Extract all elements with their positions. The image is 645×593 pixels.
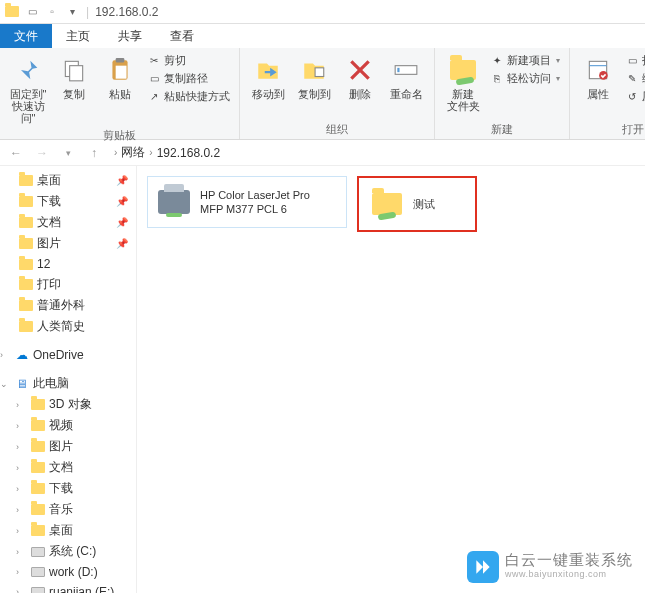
tab-home[interactable]: 主页 — [52, 24, 104, 48]
new-item-button[interactable]: ✦新建项目▾ — [487, 52, 563, 69]
sidebar-item-drive-d[interactable]: ›work (D:) — [0, 562, 136, 582]
sidebar-item-pictures2[interactable]: ›图片 — [0, 436, 136, 457]
sidebar-item-desktop[interactable]: 桌面📌 — [0, 170, 136, 191]
sidebar-item-desktop2[interactable]: ›桌面 — [0, 520, 136, 541]
chevron-right-icon[interactable]: › — [16, 400, 26, 410]
chevron-right-icon[interactable]: › — [16, 421, 26, 431]
tab-share[interactable]: 共享 — [104, 24, 156, 48]
disk-icon — [30, 544, 46, 560]
sidebar-item-12[interactable]: 12 — [0, 254, 136, 274]
history-icon: ↺ — [625, 90, 639, 104]
folder-icon — [30, 460, 46, 476]
edit-button[interactable]: ✎编辑 — [622, 70, 645, 87]
watermark-url: www.baiyunxitong.com — [505, 567, 633, 581]
qat-dropdown-icon[interactable]: ▾ — [64, 4, 80, 20]
edit-icon: ✎ — [625, 72, 639, 86]
chevron-right-icon[interactable]: › — [16, 567, 26, 577]
open-group-label: 打开 — [576, 120, 645, 137]
sidebar-item-onedrive[interactable]: ›☁OneDrive — [0, 345, 136, 365]
properties-qat-icon[interactable]: ▭ — [24, 4, 40, 20]
tab-file[interactable]: 文件 — [0, 24, 52, 48]
svg-rect-3 — [116, 58, 125, 62]
paste-button[interactable]: 粘贴 — [98, 52, 142, 102]
move-to-button[interactable]: 移动到 — [246, 52, 290, 102]
chevron-right-icon[interactable]: › — [16, 484, 26, 494]
folder-icon — [18, 215, 34, 231]
chevron-right-icon[interactable]: › — [16, 547, 26, 557]
folder-icon — [30, 523, 46, 539]
up-button[interactable]: ↑ — [84, 143, 104, 163]
item-share-folder[interactable]: 测试 — [357, 176, 477, 232]
sidebar-item-videos[interactable]: ›视频 — [0, 415, 136, 436]
forward-button[interactable]: → — [32, 143, 52, 163]
chevron-right-icon[interactable]: › — [16, 587, 26, 593]
cut-icon: ✂ — [147, 54, 161, 68]
sidebar-item-thispc[interactable]: ⌄🖥此电脑 — [0, 373, 136, 394]
folder-icon — [18, 256, 34, 272]
delete-icon — [344, 54, 376, 86]
paste-icon — [104, 54, 136, 86]
copy-button[interactable]: 复制 — [52, 52, 96, 102]
chevron-right-icon[interactable]: › — [0, 350, 10, 360]
svg-rect-5 — [315, 68, 324, 77]
sidebar-item-documents[interactable]: 文档📌 — [0, 212, 136, 233]
paste-shortcut-button[interactable]: ↗粘贴快捷方式 — [144, 88, 233, 105]
sidebar-item-drive-c[interactable]: ›系统 (C:) — [0, 541, 136, 562]
chevron-right-icon[interactable]: › — [16, 463, 26, 473]
copy-path-button[interactable]: ▭复制路径 — [144, 70, 233, 87]
item-printer[interactable]: HP Color LaserJet Pro MFP M377 PCL 6 — [147, 176, 347, 228]
navigation-pane[interactable]: 桌面📌 下载📌 文档📌 图片📌 12 打印 普通外科 人类简史 ›☁OneDri… — [0, 166, 137, 593]
ribbon-group-organize: 移动到 复制到 删除 重命名 组织 — [240, 48, 435, 139]
breadcrumb-network[interactable]: 网络 — [121, 144, 145, 161]
history-button[interactable]: ↺历史记录 — [622, 88, 645, 105]
sidebar-item-surgery[interactable]: 普通外科 — [0, 295, 136, 316]
folder-icon — [18, 194, 34, 210]
folder-icon — [4, 4, 20, 20]
easy-access-button[interactable]: ⎘轻松访问▾ — [487, 70, 563, 87]
sidebar-item-drive-e[interactable]: ›ruanjian (E:) — [0, 582, 136, 593]
chevron-right-icon[interactable]: › — [16, 526, 26, 536]
breadcrumb[interactable]: › 网络 › 192.168.0.2 — [110, 144, 639, 161]
ribbon-group-open: 属性 ▭打开▾ ✎编辑 ↺历史记录 打开 — [570, 48, 645, 139]
copy-to-button[interactable]: 复制到 — [292, 52, 336, 102]
rename-button[interactable]: 重命名 — [384, 52, 428, 102]
pin-icon: 📌 — [116, 175, 128, 186]
pin-icon: 📌 — [116, 238, 128, 249]
delete-button[interactable]: 删除 — [338, 52, 382, 102]
cut-button[interactable]: ✂剪切 — [144, 52, 233, 69]
open-button[interactable]: ▭打开▾ — [622, 52, 645, 69]
tab-view[interactable]: 查看 — [156, 24, 208, 48]
breadcrumb-current[interactable]: 192.168.0.2 — [157, 146, 220, 160]
paste-label: 粘贴 — [109, 88, 131, 100]
recent-dropdown[interactable]: ▾ — [58, 143, 78, 163]
properties-button[interactable]: 属性 — [576, 52, 620, 102]
sidebar-item-music[interactable]: ›音乐 — [0, 499, 136, 520]
sidebar-item-3dobjects[interactable]: ›3D 对象 — [0, 394, 136, 415]
sidebar-item-print[interactable]: 打印 — [0, 274, 136, 295]
sidebar-item-downloads[interactable]: 下载📌 — [0, 191, 136, 212]
back-button[interactable]: ← — [6, 143, 26, 163]
rename-label: 重命名 — [390, 88, 423, 100]
shortcut-icon: ↗ — [147, 90, 161, 104]
sidebar-item-downloads2[interactable]: ›下载 — [0, 478, 136, 499]
svg-rect-1 — [70, 66, 83, 81]
sidebar-item-pictures[interactable]: 图片📌 — [0, 233, 136, 254]
copy-label: 复制 — [63, 88, 85, 100]
folder-icon — [30, 397, 46, 413]
sidebar-item-documents2[interactable]: ›文档 — [0, 457, 136, 478]
item-printer-label: HP Color LaserJet Pro MFP M377 PCL 6 — [200, 188, 310, 216]
chevron-right-icon[interactable]: › — [16, 505, 26, 515]
chevron-down-icon[interactable]: ⌄ — [0, 379, 10, 389]
new-folder-qat-icon[interactable]: ▫ — [44, 4, 60, 20]
content-pane[interactable]: HP Color LaserJet Pro MFP M377 PCL 6 测试 — [137, 166, 645, 593]
computer-icon: 🖥 — [14, 376, 30, 392]
pin-to-quick-access-button[interactable]: 固定到" 快速访问" — [6, 52, 50, 126]
new-folder-button[interactable]: 新建 文件夹 — [441, 52, 485, 114]
folder-icon — [30, 418, 46, 434]
delete-label: 删除 — [349, 88, 371, 100]
copy-to-icon — [298, 54, 330, 86]
chevron-right-icon[interactable]: › — [16, 442, 26, 452]
folder-icon — [18, 173, 34, 189]
copy-to-label: 复制到 — [298, 88, 331, 100]
sidebar-item-history-book[interactable]: 人类简史 — [0, 316, 136, 337]
